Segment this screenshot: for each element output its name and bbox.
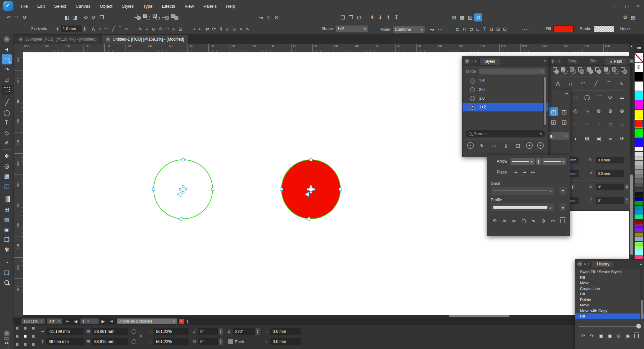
color-swatch[interactable] <box>635 161 643 165</box>
place-end-icon[interactable]: ↦ <box>530 169 536 176</box>
close-button[interactable]: ✕ <box>633 2 644 10</box>
angle-stepper-3[interactable]: ▲▼ <box>625 197 629 204</box>
frame-tool[interactable]: ▣ <box>2 225 12 235</box>
path-start-arrow-handle[interactable] <box>178 217 182 221</box>
send-to-back-icon[interactable]: ↡ <box>376 13 384 21</box>
intersect-icon[interactable] <box>152 13 160 20</box>
eye-path-icon[interactable]: ◖ <box>571 135 579 143</box>
rect-cap-icon[interactable]: ▭ <box>549 217 557 225</box>
style-radio[interactable] <box>470 96 475 101</box>
group-shapes-tool[interactable]: ❐ <box>2 235 12 245</box>
frame-stroke-icon[interactable]: ▢ <box>520 217 527 225</box>
tab-shape[interactable]: Shap <box>563 58 582 64</box>
distribute-h-icon[interactable]: ⊞ <box>495 26 501 32</box>
color-swatch[interactable] <box>635 174 643 179</box>
ellipse-width-icon[interactable]: ◯ <box>583 93 591 101</box>
redo-icon[interactable]: ↷ <box>588 332 596 340</box>
blob-icon[interactable]: ▭ <box>618 93 626 101</box>
menu-item[interactable]: Help <box>221 4 240 9</box>
place-start-icon[interactable]: ⇥ <box>512 169 519 176</box>
zoom-tool[interactable] <box>2 278 12 288</box>
align-top-icon[interactable]: ⊑ <box>475 26 481 32</box>
link-dimensions-icon[interactable]: ∞ <box>139 334 144 339</box>
segment-scurve-icon[interactable]: ∿ <box>123 26 130 32</box>
selection-status[interactable]: 0 node (in 2 objects)∨ <box>117 318 177 324</box>
stroke-swatch[interactable] <box>594 26 614 32</box>
rotate-left-icon[interactable]: ⟲ <box>82 13 90 21</box>
color-swatch[interactable] <box>635 179 643 183</box>
spiral-tool[interactable]: ◎ <box>2 161 12 171</box>
wave-bold-icon[interactable]: ≈ <box>237 26 244 32</box>
add-anchor-icon[interactable]: ⊕ <box>606 107 614 115</box>
style-list-item[interactable]: 1.6 <box>463 77 548 85</box>
skew-y-field[interactable]: 0° <box>198 338 218 345</box>
horizontal-scrollbar[interactable] <box>23 315 629 317</box>
export-style-icon[interactable]: ⇧ <box>502 142 509 150</box>
round-node-icon[interactable]: ⊙ <box>150 26 157 32</box>
peak-icon[interactable]: ⌃ <box>595 121 603 129</box>
tab-styles[interactable]: Styles <box>479 58 500 65</box>
rotation-select[interactable]: 0.0°∨ <box>47 318 62 324</box>
zoom-level-select[interactable]: 168.11%∨ <box>21 318 45 324</box>
marquee-tool[interactable] <box>2 85 12 95</box>
record-history-icon[interactable]: ◉ <box>624 332 631 340</box>
selection-handle[interactable] <box>182 158 185 161</box>
last-page-icon[interactable]: ⇥ <box>108 318 115 325</box>
history-item[interactable]: Move <box>575 280 644 286</box>
send-backward-icon[interactable]: ↧ <box>392 13 400 21</box>
undo-icon[interactable]: ↶ <box>579 332 587 340</box>
pathop-subtract-icon[interactable] <box>560 67 568 74</box>
selection-handle[interactable] <box>310 158 313 161</box>
node-handle[interactable] <box>182 185 184 187</box>
none-swatch[interactable] <box>635 53 643 63</box>
color-swatch[interactable] <box>635 188 643 192</box>
history-item[interactable]: Fill <box>575 291 644 297</box>
style-radio[interactable] <box>470 105 475 110</box>
fill-swatch[interactable] <box>553 26 574 32</box>
color-swatch[interactable] <box>635 91 643 100</box>
flip-horizontal-icon[interactable]: ◧ <box>63 13 71 21</box>
tab-blend[interactable]: Blen <box>585 58 602 64</box>
move-y-field[interactable]: 0.0 mm <box>270 338 301 345</box>
pressure-icon[interactable]: ∿ <box>530 217 537 225</box>
history-item[interactable]: Delete <box>575 297 644 303</box>
exclude-icon[interactable] <box>161 13 169 20</box>
page-select[interactable]: 1∨ <box>80 318 99 324</box>
hatch-tool[interactable]: ▤ <box>2 214 12 225</box>
color-swatch[interactable] <box>635 197 643 201</box>
edit-style-icon[interactable]: ✎ <box>478 142 486 150</box>
x-position-field[interactable]: -11.199 mm <box>46 328 84 335</box>
arrow-swap-button[interactable]: ❮ <box>536 158 541 165</box>
node-select-tool[interactable]: ◠ <box>2 54 12 64</box>
document-tab[interactable]: ✕ 33.vstyler [RGB] [@120.4%] - [Modified… <box>14 35 101 44</box>
arrow-start-select[interactable]: ∨ <box>511 158 535 165</box>
smooth-curve-icon[interactable]: ∿ <box>583 107 591 115</box>
width-tool[interactable]: ✐ <box>2 138 12 148</box>
panel-grip-icon[interactable]: |||| <box>4 346 9 349</box>
place-image-icon[interactable]: ⊡ <box>355 13 363 21</box>
pathop-merge-icon[interactable] <box>586 67 593 74</box>
wave-thin-icon[interactable]: ∿ <box>244 26 251 32</box>
color-swatch[interactable] <box>635 210 643 214</box>
place-middle-icon[interactable]: ↠ <box>521 169 528 176</box>
import-icon[interactable]: ❏ <box>339 13 347 21</box>
color-swatch[interactable] <box>635 228 643 232</box>
menu-item[interactable]: View <box>180 4 199 9</box>
style-list-item[interactable]: 1+2 <box>463 103 548 111</box>
color-swatch[interactable] <box>635 129 643 138</box>
flex-segment-icon[interactable]: ∿ <box>618 80 626 88</box>
move-x-field[interactable]: 0.0 mm <box>270 328 301 335</box>
panel-drag-handle[interactable]: ‖ <box>588 262 589 266</box>
panel-handle-icon[interactable]: <> <box>5 341 9 345</box>
profile-select[interactable]: ∨ <box>491 203 554 211</box>
skew-x-field[interactable]: 0° <box>198 328 218 335</box>
cycle-nodes-icon[interactable]: ⟳ <box>211 26 217 32</box>
subtract-icon[interactable] <box>143 13 151 20</box>
pattern-tool[interactable]: ▩ <box>2 171 12 181</box>
more-options-icon[interactable]: ⋯ <box>436 26 444 34</box>
rotate-copy-icon[interactable]: ❐ <box>98 13 106 21</box>
divide-icon[interactable] <box>171 13 179 20</box>
color-swatch[interactable] <box>635 170 643 174</box>
color-swatch[interactable] <box>635 82 643 91</box>
bridge-icon[interactable]: ⊓ <box>606 121 614 129</box>
